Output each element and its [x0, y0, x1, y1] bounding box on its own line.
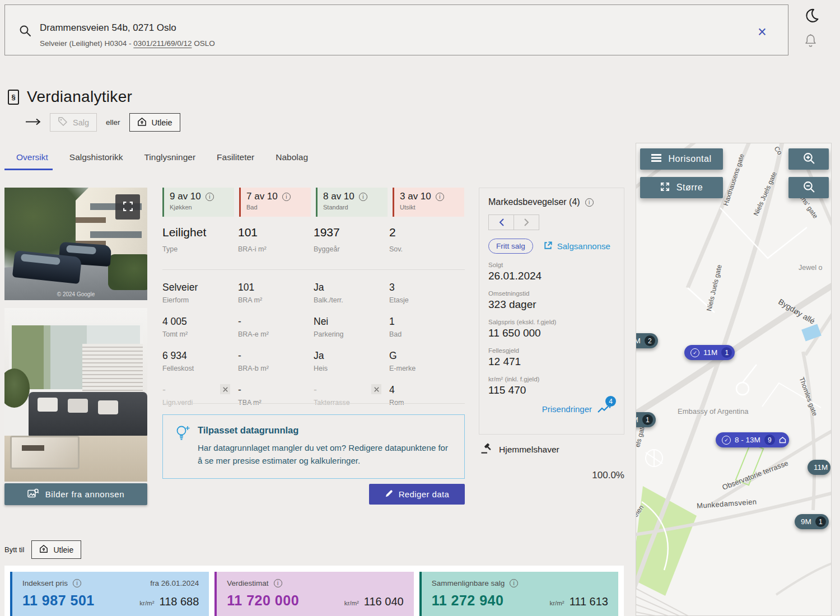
rating-cards: 9 av 10 Kjøkken 7 av 10 Bad 8 av 10 Stan…: [162, 188, 465, 217]
map-panel[interactable]: Haxthausens gate Niels Juels gate Behren…: [636, 143, 832, 616]
document-paragraph-icon: [8, 90, 19, 105]
fact-label: Balk./terr.: [314, 296, 389, 304]
street-view-photo[interactable]: © 2024 Google: [4, 188, 147, 300]
edit-tools-icon[interactable]: [371, 384, 381, 394]
fact-tomt: 4 005Tomt m²: [162, 316, 238, 338]
fact-value: -: [238, 350, 314, 362]
map-price-pin[interactable]: 9M 1: [795, 514, 829, 529]
tab-oversikt[interactable]: Oversikt: [16, 152, 48, 162]
check-circle-icon: [722, 436, 731, 445]
field-label: kr/m² (inkl. f.gjeld): [488, 376, 615, 382]
info-icon[interactable]: [274, 579, 282, 587]
interior-photo[interactable]: [4, 308, 147, 482]
market-movements-panel: Markedsbevegelser (4) Fritt salg Salgsan…: [479, 188, 624, 435]
fact-heis: JaHeis: [314, 350, 389, 372]
property-address: Drammensveien 54b, 0271 Oslo: [40, 22, 176, 34]
street-label: Niels Juels gate: [705, 264, 724, 312]
fact-value: 3: [389, 282, 465, 293]
salg-mode-button[interactable]: Salg: [50, 113, 97, 132]
fact-label: BRA-i m²: [238, 245, 314, 253]
notifications-bell-icon[interactable]: [804, 33, 827, 49]
house-pin-icon: [779, 436, 786, 444]
poi-label: Jewel o: [799, 264, 822, 272]
zoom-in-button[interactable]: [788, 148, 829, 170]
fact-value: Nei: [314, 316, 389, 328]
top-right-icons: [804, 8, 827, 49]
info-icon[interactable]: [359, 193, 367, 201]
property-meta-suffix: OSLO: [192, 39, 214, 48]
page-header: Verdianalytiker: [8, 88, 132, 106]
tab-tinglysninger[interactable]: Tinglysninger: [144, 152, 195, 162]
primary-facts: LeilighetType 101BRA-i m² 1937Byggeår 2S…: [162, 226, 465, 253]
card-value: 11 987 501: [22, 592, 95, 609]
page-title: Verdianalytiker: [27, 88, 132, 106]
eller-label: eller: [106, 118, 120, 127]
map-price-pin-selected[interactable]: 8 - 13M 9: [716, 432, 789, 447]
photo-sofa: [29, 392, 147, 437]
card-value: 11 272 940: [432, 592, 504, 609]
tab-salgshistorikk[interactable]: Salgshistorikk: [69, 152, 123, 162]
tab-nabolag[interactable]: Nabolag: [276, 152, 308, 162]
info-icon[interactable]: [282, 193, 291, 201]
rating-label: Kjøkken: [170, 204, 228, 211]
map-price-pin[interactable]: 11M: [808, 460, 830, 475]
enlarge-label: Større: [676, 183, 703, 193]
fact-eierform: SelveierEierform: [162, 282, 238, 304]
info-icon[interactable]: [436, 193, 444, 201]
fullscreen-button[interactable]: [115, 194, 140, 220]
switch-utleie-button[interactable]: Utleie: [31, 540, 81, 559]
rating-score: 8 av 10: [323, 191, 354, 202]
card-title: Sammenlignbare salg: [432, 579, 505, 587]
fact-parkering: NeiParkering: [314, 316, 389, 338]
title-holder-row[interactable]: Hjemmelshaver: [480, 443, 559, 456]
photo-hedge: [108, 254, 147, 290]
salg-label: Salg: [73, 118, 89, 127]
info-icon[interactable]: [206, 193, 214, 201]
fact-label: BRA m²: [238, 296, 314, 304]
price-changes-link[interactable]: Prisendringer 4: [488, 403, 615, 415]
utleie-mode-button[interactable]: Utleie: [129, 113, 180, 132]
tip-title: Tilpasset datagrunnlag: [198, 425, 298, 436]
enlarge-map-button[interactable]: Større: [640, 177, 723, 198]
street-label: Observatorie terrasse: [721, 459, 789, 492]
search-icon: [18, 24, 32, 40]
map-price-pin[interactable]: 4M 1: [636, 412, 656, 427]
card-value: 11 720 000: [227, 592, 299, 609]
listing-photos-button[interactable]: Bilder fra annonsen: [4, 483, 147, 505]
tab-fasiliteter[interactable]: Fasiliteter: [217, 152, 254, 162]
clear-search-button[interactable]: [752, 22, 772, 42]
map-price-pin[interactable]: 0M 2: [636, 333, 658, 348]
pin-price: 11M: [703, 348, 717, 357]
info-icon[interactable]: [510, 579, 518, 587]
fact-label: Etasje: [389, 296, 465, 304]
facts-grid: SelveierEierform 101BRA m² JaBalk./terr.…: [162, 282, 465, 407]
fact-etasje: 3Etasje: [389, 282, 465, 304]
section-tabs: Oversikt Salgshistorikk Tinglysninger Fa…: [16, 152, 308, 162]
street-label: Bygdøy allé: [777, 297, 816, 325]
pin-count-badge: 1: [721, 347, 732, 358]
map-price-pin-selected[interactable]: 11M 1: [684, 345, 735, 360]
street-label-fragment: Co: [773, 145, 784, 157]
price-changes-badge: 4: [605, 396, 616, 407]
edit-data-button[interactable]: Rediger data: [369, 484, 465, 505]
info-icon[interactable]: [585, 198, 594, 207]
fact-label: Felleskost: [162, 365, 238, 372]
horizontal-layout-button[interactable]: Horisontal: [640, 148, 723, 170]
next-button[interactable]: [514, 214, 539, 230]
field-value: 11 650 000: [488, 327, 615, 339]
market-field-salgspris: Salgspris (ekskl. f.gjeld) 11 650 000: [488, 319, 615, 339]
rows-icon: [651, 154, 661, 164]
edit-tools-icon[interactable]: [220, 384, 230, 394]
fact-label: Heis: [314, 365, 389, 372]
fact-label: Lign.verdi: [162, 399, 238, 407]
zoom-out-button[interactable]: [788, 177, 829, 198]
cadastre-link[interactable]: 0301/211/69/0/12: [133, 39, 192, 48]
prev-button[interactable]: [488, 214, 514, 230]
arrow-right-icon: [26, 118, 41, 128]
zoom-out-icon: [802, 180, 815, 195]
sales-ad-link[interactable]: Salgsannonse: [543, 240, 610, 253]
market-field-fellesgjeld: Fellesgjeld 12 471: [488, 347, 615, 368]
property-search-bar[interactable]: Drammensveien 54b, 0271 Oslo Selveier (L…: [4, 4, 788, 55]
dark-mode-icon[interactable]: [804, 8, 827, 25]
info-icon[interactable]: [73, 579, 81, 587]
